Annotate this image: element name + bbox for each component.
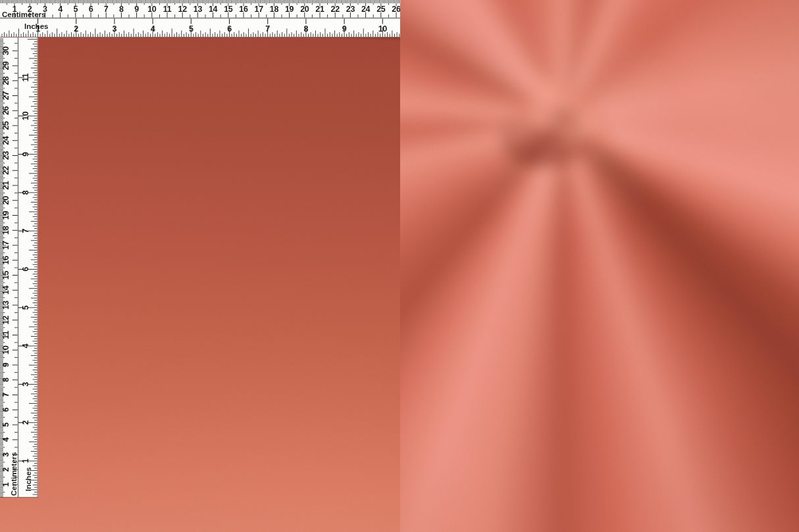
swirl-vignette <box>400 0 799 532</box>
ruler-number: 30 <box>1 46 11 55</box>
ruler-number: 12 <box>1 316 11 325</box>
ruler-number: 14 <box>209 5 218 14</box>
ruler-number: 5 <box>1 422 11 427</box>
ruler-number: 27 <box>1 91 11 101</box>
fabric-swatch <box>0 37 400 532</box>
centimeters-label-top: Centimeters <box>2 11 45 18</box>
inches-label-side: Inches <box>24 468 32 491</box>
ruler-top: 1234567891011121314151617181920212223242… <box>0 0 400 37</box>
ruler-number: 9 <box>134 5 139 14</box>
ruler-number: 11 <box>163 5 172 14</box>
ruler-number: 11 <box>1 331 11 339</box>
ruler-number: 18 <box>1 226 11 235</box>
ruler-number: 6 <box>89 5 93 14</box>
ruler-number: 10 <box>1 345 11 354</box>
ruler-number: 15 <box>224 5 233 14</box>
fabric-swirl-photo <box>400 0 799 532</box>
ruler-number: 20 <box>300 5 309 14</box>
ruler-number: 4 <box>58 5 63 14</box>
ruler-number: 22 <box>1 166 11 175</box>
ruler-number: 17 <box>1 241 11 250</box>
ruler-number: 17 <box>255 5 264 14</box>
fabric-swirl-panel <box>400 0 799 532</box>
inches-label-top: Inches <box>24 22 48 30</box>
ruler-number: 5 <box>73 5 78 14</box>
ruler-number: 16 <box>239 5 248 14</box>
ruler-number: 13 <box>1 301 11 310</box>
ruler-number: 25 <box>376 5 386 14</box>
ruler-number: 20 <box>1 196 11 205</box>
ruler-number: 23 <box>346 5 355 14</box>
ruler-number: 15 <box>1 271 11 280</box>
ruler-number: 29 <box>1 61 11 70</box>
ruler-number: 22 <box>331 5 340 14</box>
ruler-number: 18 <box>270 5 279 14</box>
fabric-swatch-panel: 1234567891011121314151617181920212223242… <box>0 0 400 532</box>
ruler-number: 26 <box>1 106 11 115</box>
ruler-number: 24 <box>361 5 371 14</box>
ruler-number: 10 <box>147 5 157 14</box>
ruler-number: 28 <box>1 76 11 85</box>
ruler-number: 26 <box>392 5 400 14</box>
centimeters-label-side: Centimeters <box>10 452 18 496</box>
ruler-number: 24 <box>1 136 11 145</box>
ruler-number: 21 <box>1 181 11 190</box>
ruler-number: 25 <box>1 121 11 130</box>
ruler-number: 19 <box>1 211 11 220</box>
ruler-number: 9 <box>1 362 11 367</box>
ruler-number: 6 <box>1 408 11 412</box>
fabric-product-photo: { "image": { "type": "product-photo", "s… <box>0 0 799 532</box>
ruler-number: 16 <box>1 256 11 265</box>
ruler-number: 8 <box>1 377 11 382</box>
ruler-number: 13 <box>193 5 203 14</box>
ruler-side: 1234567891011121314151617181920212223242… <box>0 37 38 498</box>
ruler-number: 12 <box>178 5 188 14</box>
ruler-number: 8 <box>119 5 124 14</box>
ruler-number: 21 <box>315 5 324 14</box>
inch-ruler-body <box>0 18 400 38</box>
ruler-number: 4 <box>1 437 11 442</box>
ruler-number: 7 <box>104 5 109 14</box>
ruler-number: 19 <box>285 5 294 14</box>
ruler-number: 23 <box>1 151 11 160</box>
ruler-number: 7 <box>1 393 11 397</box>
ruler-number: 14 <box>1 285 11 295</box>
